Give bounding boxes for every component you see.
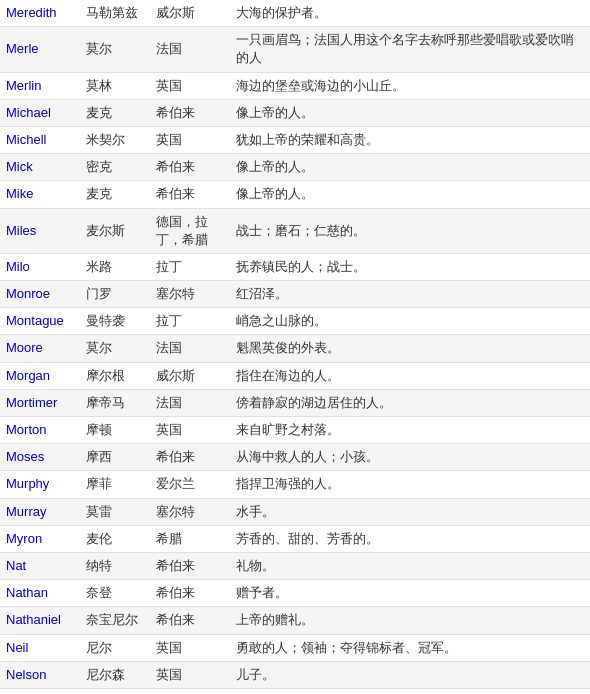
table-row: Montague曼特袭拉丁峭急之山脉的。 <box>0 308 590 335</box>
name-cell[interactable]: Michell <box>0 126 80 153</box>
table-row: Nelson尼尔森英国儿子。 <box>0 661 590 688</box>
name-cell[interactable]: Miles <box>0 208 80 253</box>
meaning-cell: 指捍卫海强的人。 <box>230 471 590 498</box>
origin-cell: 希伯来 <box>150 607 230 634</box>
origin-cell: 希伯来 <box>150 444 230 471</box>
origin-cell: 希伯来 <box>150 580 230 607</box>
chinese-name-cell: 奈宝尼尔 <box>80 607 150 634</box>
name-cell[interactable]: Neil <box>0 634 80 661</box>
table-row: Morton摩顿英国来自旷野之村落。 <box>0 417 590 444</box>
meaning-cell: 像上帝的人。 <box>230 154 590 181</box>
meaning-cell: 上帝的赠礼。 <box>230 607 590 634</box>
chinese-name-cell: 尼尔 <box>80 634 150 661</box>
names-table: Meredith马勒第兹威尔斯大海的保护者。Merle莫尔法国一只画眉鸟；法国人… <box>0 0 590 694</box>
name-cell[interactable]: Mick <box>0 154 80 181</box>
origin-cell: 威尔斯 <box>150 0 230 27</box>
meaning-cell: 海边的堡垒或海边的小山丘。 <box>230 72 590 99</box>
name-cell[interactable]: Mike <box>0 181 80 208</box>
meaning-cell: 抚养镇民的人；战士。 <box>230 253 590 280</box>
chinese-name-cell: 莫尔 <box>80 335 150 362</box>
meaning-cell: 礼物。 <box>230 552 590 579</box>
table-row: Moses摩西希伯来从海中救人的人；小孩。 <box>0 444 590 471</box>
name-cell[interactable]: Morton <box>0 417 80 444</box>
meaning-cell: 芳香的、甜的、芳香的。 <box>230 525 590 552</box>
table-row: Mortimer摩帝马法国傍着静寂的湖边居住的人。 <box>0 389 590 416</box>
origin-cell: 拉丁 <box>150 253 230 280</box>
chinese-name-cell: 纳特 <box>80 552 150 579</box>
chinese-name-cell: 麦克 <box>80 99 150 126</box>
meaning-cell: 儿子。 <box>230 661 590 688</box>
table-row: Neil尼尔英国勇敢的人；领袖；夺得锦标者、冠军。 <box>0 634 590 661</box>
name-cell[interactable]: Nathaniel <box>0 607 80 634</box>
meaning-cell: 犹如上帝的荣耀和高贵。 <box>230 126 590 153</box>
chinese-name-cell: 密克 <box>80 154 150 181</box>
table-row: Morgan摩尔根威尔斯指住在海边的人。 <box>0 362 590 389</box>
table-row: Murray莫雷塞尔特水手。 <box>0 498 590 525</box>
name-cell[interactable]: Moore <box>0 335 80 362</box>
meaning-cell: 像上帝的人。 <box>230 99 590 126</box>
origin-cell: 法国 <box>150 389 230 416</box>
name-cell[interactable]: Nathan <box>0 580 80 607</box>
meaning-cell: 水手。 <box>230 498 590 525</box>
table-row: Newman纽曼英国喜欢迎旧的异乡人。 <box>0 688 590 694</box>
table-row: Nathan奈登希伯来赠予者。 <box>0 580 590 607</box>
name-cell[interactable]: Monroe <box>0 281 80 308</box>
name-cell[interactable]: Moses <box>0 444 80 471</box>
origin-cell: 希伯来 <box>150 181 230 208</box>
chinese-name-cell: 马勒第兹 <box>80 0 150 27</box>
chinese-name-cell: 米路 <box>80 253 150 280</box>
name-cell[interactable]: Michael <box>0 99 80 126</box>
origin-cell: 爱尔兰 <box>150 471 230 498</box>
name-cell[interactable]: Mortimer <box>0 389 80 416</box>
chinese-name-cell: 莫尔 <box>80 27 150 72</box>
origin-cell: 英国 <box>150 661 230 688</box>
meaning-cell: 魁黑英俊的外表。 <box>230 335 590 362</box>
table-row: Milo米路拉丁抚养镇民的人；战士。 <box>0 253 590 280</box>
table-row: Merle莫尔法国一只画眉鸟；法国人用这个名字去称呼那些爱唱歌或爱吹哨的人 <box>0 27 590 72</box>
meaning-cell: 勇敢的人；领袖；夺得锦标者、冠军。 <box>230 634 590 661</box>
meaning-cell: 战士；磨石；仁慈的。 <box>230 208 590 253</box>
meaning-cell: 从海中救人的人；小孩。 <box>230 444 590 471</box>
table-row: Miles麦尔斯德国，拉丁，希腊战士；磨石；仁慈的。 <box>0 208 590 253</box>
origin-cell: 英国 <box>150 72 230 99</box>
name-cell[interactable]: Meredith <box>0 0 80 27</box>
table-row: Michael麦克希伯来像上帝的人。 <box>0 99 590 126</box>
origin-cell: 法国 <box>150 335 230 362</box>
meaning-cell: 峭急之山脉的。 <box>230 308 590 335</box>
chinese-name-cell: 摩菲 <box>80 471 150 498</box>
chinese-name-cell: 麦克 <box>80 181 150 208</box>
name-cell[interactable]: Nelson <box>0 661 80 688</box>
name-cell[interactable]: Montague <box>0 308 80 335</box>
origin-cell: 英国 <box>150 126 230 153</box>
origin-cell: 英国 <box>150 417 230 444</box>
name-cell[interactable]: Murphy <box>0 471 80 498</box>
meaning-cell: 红沼泽。 <box>230 281 590 308</box>
chinese-name-cell: 尼尔森 <box>80 661 150 688</box>
meaning-cell: 赠予者。 <box>230 580 590 607</box>
chinese-name-cell: 门罗 <box>80 281 150 308</box>
name-cell[interactable]: Merle <box>0 27 80 72</box>
chinese-name-cell: 莫雷 <box>80 498 150 525</box>
name-cell[interactable]: Myron <box>0 525 80 552</box>
name-cell[interactable]: Newman <box>0 688 80 694</box>
table-row: Michell米契尔英国犹如上帝的荣耀和高贵。 <box>0 126 590 153</box>
chinese-name-cell: 摩尔根 <box>80 362 150 389</box>
chinese-name-cell: 曼特袭 <box>80 308 150 335</box>
name-cell[interactable]: Milo <box>0 253 80 280</box>
origin-cell: 希伯来 <box>150 99 230 126</box>
meaning-cell: 来自旷野之村落。 <box>230 417 590 444</box>
origin-cell: 德国，拉丁，希腊 <box>150 208 230 253</box>
name-cell[interactable]: Merlin <box>0 72 80 99</box>
chinese-name-cell: 麦尔斯 <box>80 208 150 253</box>
name-cell[interactable]: Murray <box>0 498 80 525</box>
meaning-cell: 一只画眉鸟；法国人用这个名字去称呼那些爱唱歌或爱吹哨的人 <box>230 27 590 72</box>
origin-cell: 希伯来 <box>150 154 230 181</box>
chinese-name-cell: 纽曼 <box>80 688 150 694</box>
table-row: Moore莫尔法国魁黑英俊的外表。 <box>0 335 590 362</box>
table-row: Mick密克希伯来像上帝的人。 <box>0 154 590 181</box>
table-row: Nathaniel奈宝尼尔希伯来上帝的赠礼。 <box>0 607 590 634</box>
chinese-name-cell: 米契尔 <box>80 126 150 153</box>
chinese-name-cell: 莫林 <box>80 72 150 99</box>
name-cell[interactable]: Morgan <box>0 362 80 389</box>
name-cell[interactable]: Nat <box>0 552 80 579</box>
